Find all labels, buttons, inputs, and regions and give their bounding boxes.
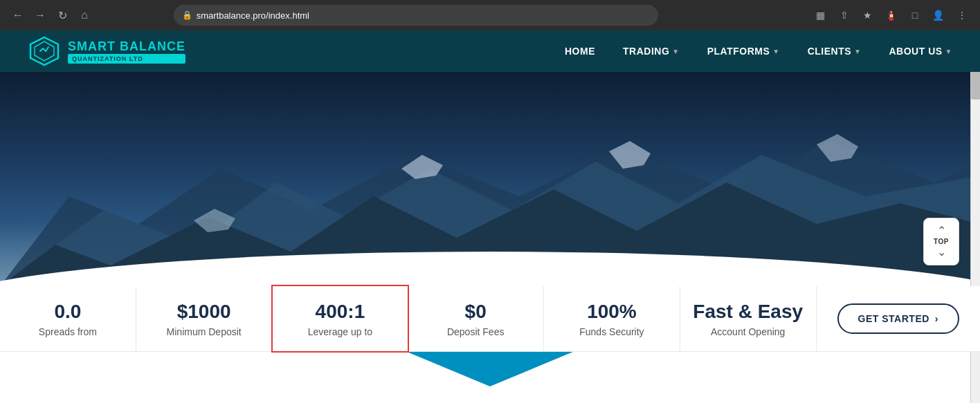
nav-link-home[interactable]: HOME bbox=[565, 46, 595, 57]
stat-security: 100% Funds Security bbox=[544, 286, 680, 351]
logo[interactable]: SMART BALANCE QUANTIZATION LTD bbox=[28, 35, 185, 68]
get-started-button[interactable]: GET STARTED › bbox=[837, 303, 959, 334]
hero-background bbox=[0, 72, 980, 286]
nav-item-trading[interactable]: TRADING ▼ bbox=[623, 46, 680, 57]
share-button[interactable]: ⇧ bbox=[835, 6, 854, 25]
nav-item-about[interactable]: ABOUT US ▼ bbox=[889, 46, 952, 57]
stat-label-leverage: Leverage up to bbox=[308, 326, 372, 337]
nav-link-trading[interactable]: TRADING ▼ bbox=[623, 46, 680, 57]
stat-label-fees: Deposit Fees bbox=[447, 326, 504, 337]
home-button[interactable]: ⌂ bbox=[75, 6, 94, 25]
address-bar[interactable]: 🔒 smartbalance.pro/index.html bbox=[174, 5, 658, 26]
nav-label-clients: CLIENTS bbox=[808, 46, 851, 57]
stat-spreads: 0.0 Spreads from bbox=[0, 286, 136, 351]
extensions-button[interactable]: 🧯 bbox=[882, 6, 901, 25]
browser-chrome: ← → ↻ ⌂ 🔒 smartbalance.pro/index.html ▦ … bbox=[0, 0, 980, 30]
navbar: SMART BALANCE QUANTIZATION LTD HOME TRAD… bbox=[0, 30, 980, 72]
stat-fees: $0 Deposit Fees bbox=[408, 286, 544, 351]
stats-bar: 0.0 Spreads from $1000 Minimum Deposit 4… bbox=[0, 286, 980, 352]
lock-icon: 🔒 bbox=[182, 10, 192, 20]
stat-leverage: 400:1 Leverage up to bbox=[271, 285, 410, 353]
nav-item-home[interactable]: HOME bbox=[565, 46, 595, 57]
stat-value-spreads: 0.0 bbox=[54, 300, 81, 324]
reload-button[interactable]: ↻ bbox=[53, 6, 72, 25]
chevron-down-icon: ▼ bbox=[945, 48, 952, 55]
nav-label-about: ABOUT US bbox=[889, 46, 942, 57]
site-wrapper: SMART BALANCE QUANTIZATION LTD HOME TRAD… bbox=[0, 30, 980, 386]
stat-label-security: Funds Security bbox=[579, 326, 644, 337]
blue-triangle-section bbox=[0, 352, 980, 386]
window-button[interactable]: □ bbox=[905, 6, 925, 25]
nav-label-home: HOME bbox=[565, 46, 595, 57]
stat-value-security: 100% bbox=[587, 300, 637, 324]
get-started-arrow-icon: › bbox=[935, 313, 938, 324]
get-started-container: GET STARTED › bbox=[817, 286, 980, 351]
stat-value-leverage: 400:1 bbox=[316, 300, 365, 324]
stat-value-deposit: $1000 bbox=[177, 300, 231, 324]
logo-text: SMART BALANCE QUANTIZATION LTD bbox=[68, 39, 185, 64]
back-button[interactable]: ← bbox=[8, 6, 28, 25]
nav-label-platforms: PLATFORMS bbox=[707, 46, 770, 57]
nav-link-platforms[interactable]: PLATFORMS ▼ bbox=[707, 46, 780, 57]
nav-label-trading: TRADING bbox=[623, 46, 669, 57]
get-started-label: GET STARTED bbox=[858, 313, 929, 324]
nav-links: HOME TRADING ▼ PLATFORMS ▼ CLIENTS ▼ bbox=[565, 46, 952, 57]
hero-section: ⌃ TOP ⌄ bbox=[0, 72, 980, 286]
hero-mountains-svg bbox=[0, 72, 980, 286]
stat-deposit: $1000 Minimum Deposit bbox=[136, 286, 273, 351]
bookmark-button[interactable]: ★ bbox=[858, 6, 878, 25]
svg-marker-1 bbox=[35, 41, 54, 61]
scroll-top-button[interactable]: ⌃ TOP ⌄ bbox=[923, 218, 959, 265]
logo-sub-text: QUANTIZATION LTD bbox=[68, 54, 185, 64]
chevron-down-icon: ▼ bbox=[672, 48, 679, 55]
profile-button[interactable]: 👤 bbox=[929, 6, 948, 25]
screenshot-button[interactable]: ▦ bbox=[811, 6, 831, 25]
browser-actions: ▦ ⇧ ★ 🧯 □ 👤 ⋮ bbox=[811, 6, 972, 25]
stat-value-fees: $0 bbox=[465, 300, 487, 324]
forward-button[interactable]: → bbox=[30, 6, 50, 25]
chevron-down-icon: ▼ bbox=[772, 48, 779, 55]
browser-nav-buttons: ← → ↻ ⌂ bbox=[8, 6, 94, 25]
scroll-down-icon: ⌄ bbox=[937, 247, 946, 258]
nav-item-clients[interactable]: CLIENTS ▼ bbox=[808, 46, 862, 57]
logo-icon bbox=[28, 35, 61, 68]
stat-label-fast-easy: Account Opening bbox=[711, 326, 785, 337]
blue-triangle-shape bbox=[407, 352, 573, 386]
stat-value-fast-easy: Fast & Easy bbox=[693, 300, 803, 324]
nav-item-platforms[interactable]: PLATFORMS ▼ bbox=[707, 46, 780, 57]
menu-button[interactable]: ⋮ bbox=[952, 6, 972, 25]
logo-main-text: SMART BALANCE bbox=[68, 39, 185, 54]
nav-link-about[interactable]: ABOUT US ▼ bbox=[889, 46, 952, 57]
scroll-up-icon: ⌃ bbox=[937, 225, 946, 236]
url-text: smartbalance.pro/index.html bbox=[197, 10, 309, 21]
stat-label-deposit: Minimum Deposit bbox=[167, 326, 242, 337]
stat-label-spreads: Spreads from bbox=[39, 326, 97, 337]
scroll-top-label: TOP bbox=[934, 238, 949, 245]
chevron-down-icon: ▼ bbox=[854, 48, 861, 55]
nav-link-clients[interactable]: CLIENTS ▼ bbox=[808, 46, 862, 57]
stat-fast-easy: Fast & Easy Account Opening bbox=[680, 286, 817, 351]
